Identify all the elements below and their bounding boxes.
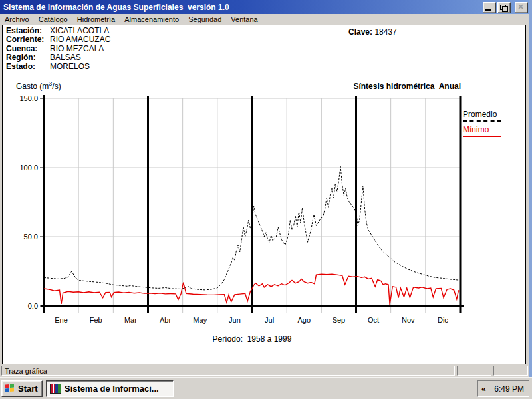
status-pane-3: [493, 366, 528, 376]
menu-item-hidrometria[interactable]: Hidrometría: [72, 15, 120, 24]
menu-item-archivo[interactable]: Archivo: [0, 15, 34, 24]
app-icon: [50, 384, 61, 394]
legend-label: Promedio: [463, 110, 501, 119]
chart-legend: PromedioMínimo: [463, 110, 501, 140]
status-text: Traza gráfica: [5, 367, 47, 375]
x-tick-label-may: May: [193, 316, 207, 324]
legend-entry-minimo: Mínimo: [463, 125, 501, 137]
x-tick-label-dic: Dic: [438, 316, 448, 324]
y-tick-label: 100.0: [19, 164, 38, 172]
legend-entry-promedio: Promedio: [463, 110, 501, 122]
menu-item-ventana[interactable]: Ventana: [226, 15, 262, 24]
app-window: Sistema de Información de Aguas Superfic…: [0, 0, 532, 399]
window-title: Sistema de Información de Aguas Superfic…: [0, 3, 229, 12]
tray-expand-chevron[interactable]: «: [481, 384, 486, 394]
taskbar: Start Sistema de Informaci... « 6:49 PM: [0, 377, 532, 399]
taskbar-task-button[interactable]: Sistema de Informaci...: [46, 380, 174, 397]
menu-bar: ArchivoCatálogoHidrometríaAlmacenamiento…: [0, 14, 532, 25]
status-message-pane: Traza gráfica: [1, 366, 455, 376]
window-controls: ✕: [481, 2, 528, 13]
status-pane-2: [457, 366, 491, 376]
hydrograph-chart-canvas: 0.050.0100.0150.0EneFebMarAbrMayJunJulAg…: [3, 25, 527, 363]
y-tick-label: 50.0: [24, 233, 38, 241]
system-tray: « 6:49 PM: [477, 380, 529, 397]
restore-icon-2: [502, 6, 508, 12]
x-tick-label-oct: Oct: [368, 316, 379, 324]
legend-line-sample: [463, 136, 501, 137]
window-right-border: [529, 0, 532, 377]
windows-logo-icon: [5, 384, 15, 393]
period-note: Período: 1958 a 1999: [44, 334, 460, 344]
menu-item-seguridad[interactable]: Seguridad: [184, 15, 226, 24]
x-tick-label-mar: Mar: [124, 316, 137, 324]
start-label: Start: [18, 384, 38, 394]
y-tick-label: 150.0: [19, 94, 38, 102]
title-bar: Sistema de Información de Aguas Superfic…: [0, 0, 532, 14]
taskbar-clock: 6:49 PM: [494, 384, 524, 394]
status-bar: Traza gráfica: [0, 364, 532, 378]
x-tick-label-sep: Sep: [332, 316, 346, 324]
x-tick-label-ago: Ago: [297, 316, 311, 324]
menu-item-almacenamiento[interactable]: Almacenamiento: [120, 15, 184, 24]
close-icon: ✕: [515, 3, 526, 11]
task-label: Sistema de Informaci...: [65, 384, 159, 394]
start-button[interactable]: Start: [1, 380, 43, 397]
restore-button[interactable]: [497, 2, 511, 13]
minimize-icon: [485, 9, 491, 11]
menu-item-catalogo[interactable]: Catálogo: [34, 15, 72, 24]
legend-label: Mínimo: [463, 125, 501, 134]
x-tick-label-ene: Ene: [55, 316, 68, 324]
x-tick-label-feb: Feb: [90, 316, 102, 324]
minimize-button[interactable]: [483, 2, 496, 13]
x-tick-label-abr: Abr: [160, 316, 171, 324]
x-tick-label-nov: Nov: [402, 316, 415, 324]
legend-line-sample: [463, 120, 501, 122]
content-area: Estación:XICATLACOTLACorriente:RIO AMACU…: [2, 25, 526, 364]
x-tick-label-jun: Jun: [229, 316, 241, 324]
y-tick-label: 0.0: [28, 302, 38, 310]
x-tick-label-jul: Jul: [265, 316, 274, 324]
close-button[interactable]: ✕: [515, 2, 528, 13]
